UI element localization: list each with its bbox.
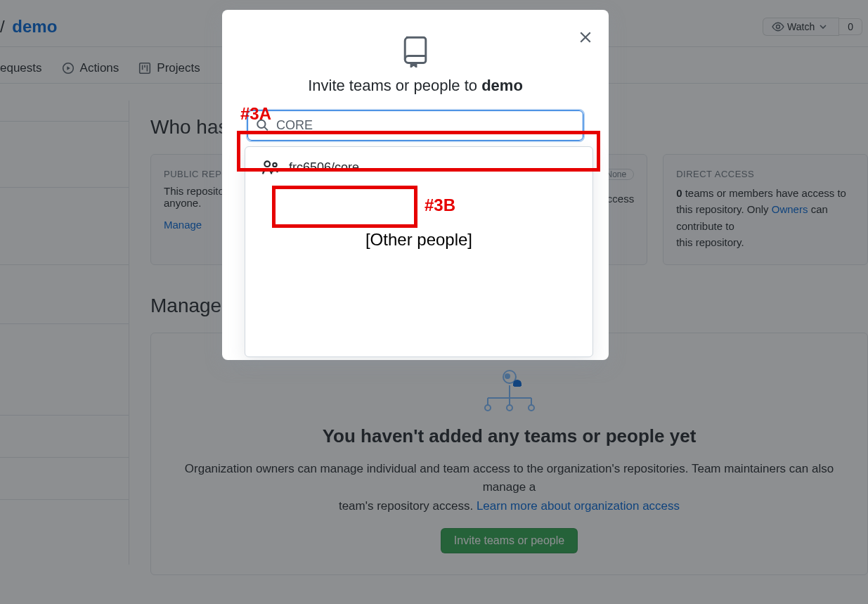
modal-title-repo: demo [481,77,523,94]
dropdown-item-label: frc6506/core [289,160,359,175]
svg-point-19 [264,161,270,167]
text: Invite teams or people to [308,77,481,94]
repo-icon [401,35,430,70]
dropdown-item-team[interactable]: frc6506/core [245,151,592,184]
team-icon [262,160,279,175]
search-input-wrap [247,110,583,141]
modal-title: Invite teams or people to demo [243,77,588,95]
invite-modal: Invite teams or people to demo frc6506/c… [222,10,609,360]
svg-line-18 [264,127,268,130]
svg-point-20 [273,163,276,167]
search-input[interactable] [247,110,583,141]
search-dropdown: frc6506/core [Other people] [245,146,593,357]
close-button[interactable] [574,25,597,49]
close-icon [579,31,592,44]
search-icon [256,118,268,133]
svg-point-17 [257,120,265,127]
dropdown-other-placeholder: [Other people] [245,230,592,250]
